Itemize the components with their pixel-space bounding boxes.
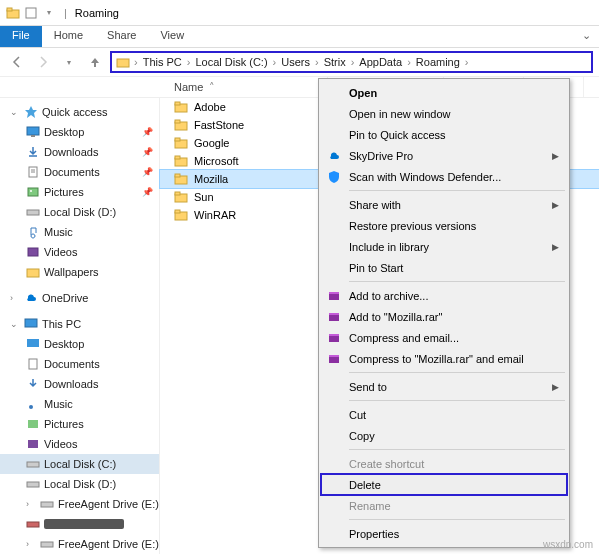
recent-button[interactable]: ▾	[58, 51, 80, 73]
nav-pc-freeagent[interactable]: ›FreeAgent Drive (E:)	[0, 494, 159, 514]
chevron-down-icon[interactable]: ⌄	[10, 319, 20, 329]
folder-icon	[174, 208, 188, 222]
crumb-users[interactable]: Users	[278, 56, 313, 68]
menu-pin-quick-access[interactable]: Pin to Quick access	[321, 124, 567, 145]
nav-localdisk-d[interactable]: Local Disk (D:)	[0, 202, 159, 222]
menu-include-library[interactable]: Include in library▶	[321, 236, 567, 257]
nav-pc-documents[interactable]: Documents	[0, 354, 159, 374]
nav-desktop[interactable]: Desktop📌	[0, 122, 159, 142]
nav-pc-videos[interactable]: Videos	[0, 434, 159, 454]
menu-create-shortcut[interactable]: Create shortcut	[321, 453, 567, 474]
drive-icon	[26, 457, 40, 471]
drive-icon	[26, 517, 40, 531]
chevron-right-icon[interactable]: ›	[26, 499, 36, 509]
music-icon	[26, 397, 40, 411]
breadcrumb[interactable]: › This PC› Local Disk (C:)› Users› Strix…	[110, 51, 593, 73]
chevron-right-icon[interactable]: ›	[463, 56, 471, 68]
ribbon-expand-icon[interactable]: ⌄	[574, 26, 599, 47]
column-name[interactable]: Name˄	[160, 77, 328, 97]
nav-pc-pictures[interactable]: Pictures	[0, 414, 159, 434]
crumb-c[interactable]: Local Disk (C:)	[192, 56, 270, 68]
nav-pc-desktop[interactable]: Desktop	[0, 334, 159, 354]
chevron-right-icon[interactable]: ›	[132, 56, 140, 68]
tab-share[interactable]: Share	[95, 26, 148, 47]
menu-cut[interactable]: Cut	[321, 404, 567, 425]
nav-videos[interactable]: Videos	[0, 242, 159, 262]
svg-point-11	[30, 190, 32, 192]
menu-add-archive[interactable]: Add to archive...	[321, 285, 567, 306]
nav-pc-localdisk-c[interactable]: Local Disk (C:)	[0, 454, 159, 474]
nav-pc-blurred[interactable]	[0, 514, 159, 534]
nav-music[interactable]: Music	[0, 222, 159, 242]
chevron-right-icon[interactable]: ›	[185, 56, 193, 68]
downloads-icon	[26, 377, 40, 391]
menu-share-with[interactable]: Share with▶	[321, 194, 567, 215]
watermark: wsxdn.com	[543, 539, 593, 550]
back-button[interactable]	[6, 51, 28, 73]
nav-pc-downloads[interactable]: Downloads	[0, 374, 159, 394]
chevron-down-icon[interactable]: ⌄	[10, 107, 20, 117]
forward-button[interactable]	[32, 51, 54, 73]
menu-compress-mozilla-email[interactable]: Compress to "Mozilla.rar" and email	[321, 348, 567, 369]
chevron-right-icon[interactable]: ›	[10, 293, 20, 303]
drive-icon	[26, 477, 40, 491]
title-bar: ▾ | Roaming	[0, 0, 599, 26]
menu-send-to[interactable]: Send to▶	[321, 376, 567, 397]
nav-thispc[interactable]: ⌄This PC	[0, 314, 159, 334]
qat-icon[interactable]	[24, 6, 38, 20]
pictures-icon	[26, 185, 40, 199]
nav-pc-localdisk-d[interactable]: Local Disk (D:)	[0, 474, 159, 494]
pictures-icon	[26, 417, 40, 431]
qat-dropdown-icon[interactable]: ▾	[42, 6, 56, 20]
svg-rect-14	[27, 269, 39, 277]
menu-open[interactable]: Open	[321, 82, 567, 103]
crumb-thispc[interactable]: This PC	[140, 56, 185, 68]
nav-onedrive[interactable]: ›OneDrive	[0, 288, 159, 308]
cloud-icon	[24, 291, 38, 305]
chevron-right-icon[interactable]: ›	[271, 56, 279, 68]
menu-add-mozilla-rar[interactable]: Add to "Mozilla.rar"	[321, 306, 567, 327]
menu-restore-previous[interactable]: Restore previous versions	[321, 215, 567, 236]
chevron-right-icon: ▶	[552, 151, 559, 161]
pin-icon: 📌	[142, 187, 153, 197]
context-menu: Open Open in new window Pin to Quick acc…	[318, 78, 570, 548]
crumb-strix[interactable]: Strix	[321, 56, 349, 68]
svg-rect-24	[27, 522, 39, 527]
menu-compress-email[interactable]: Compress and email...	[321, 327, 567, 348]
winrar-icon	[326, 330, 342, 346]
pin-icon: 📌	[142, 147, 153, 157]
menu-skydrive-pro[interactable]: SkyDrive Pro▶	[321, 145, 567, 166]
nav-wallpapers[interactable]: Wallpapers	[0, 262, 159, 282]
folder-icon	[174, 100, 188, 114]
menu-rename[interactable]: Rename	[321, 495, 567, 516]
menu-windows-defender[interactable]: Scan with Windows Defender...	[321, 166, 567, 187]
ribbon-tabs: File Home Share View ⌄	[0, 26, 599, 48]
crumb-roaming[interactable]: Roaming	[413, 56, 463, 68]
chevron-right-icon[interactable]: ›	[313, 56, 321, 68]
svg-rect-23	[41, 502, 53, 507]
nav-quick-access[interactable]: ⌄Quick access	[0, 102, 159, 122]
menu-delete[interactable]: Delete	[321, 474, 567, 495]
svg-rect-60	[329, 355, 339, 357]
nav-downloads[interactable]: Downloads📌	[0, 142, 159, 162]
nav-pc-music[interactable]: Music	[0, 394, 159, 414]
menu-properties[interactable]: Properties	[321, 523, 567, 544]
file-tab[interactable]: File	[0, 26, 42, 47]
up-button[interactable]	[84, 51, 106, 73]
menu-open-new-window[interactable]: Open in new window	[321, 103, 567, 124]
svg-point-18	[29, 405, 33, 409]
nav-documents[interactable]: Documents📌	[0, 162, 159, 182]
chevron-right-icon[interactable]: ›	[26, 539, 36, 549]
menu-copy[interactable]: Copy	[321, 425, 567, 446]
chevron-right-icon[interactable]: ›	[349, 56, 357, 68]
svg-rect-52	[175, 210, 180, 213]
nav-pc-freeagent2[interactable]: ›FreeAgent Drive (E:)	[0, 534, 159, 554]
tab-view[interactable]: View	[148, 26, 196, 47]
menu-separator	[349, 372, 565, 373]
tab-home[interactable]: Home	[42, 26, 95, 47]
crumb-appdata[interactable]: AppData	[356, 56, 405, 68]
nav-pictures[interactable]: Pictures📌	[0, 182, 159, 202]
menu-pin-start[interactable]: Pin to Start	[321, 257, 567, 278]
svg-rect-5	[27, 127, 39, 135]
chevron-right-icon[interactable]: ›	[405, 56, 413, 68]
